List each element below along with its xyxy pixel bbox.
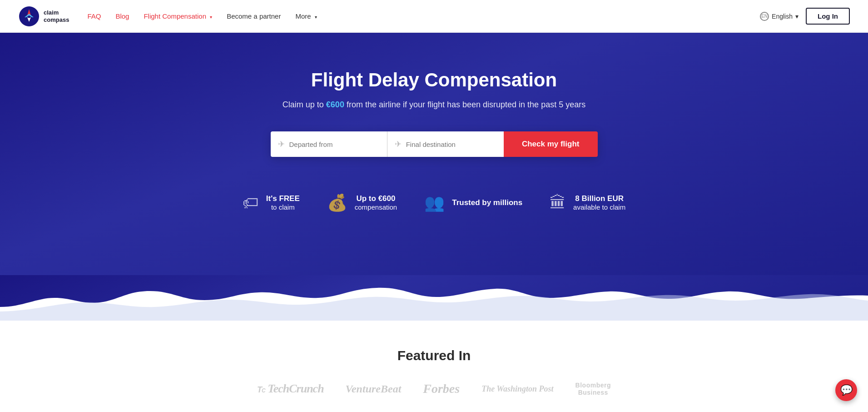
logo-icon <box>18 5 40 27</box>
featured-title: Featured In <box>18 348 850 363</box>
feature-compensation: 💰 Up to €600 compensation <box>327 193 397 212</box>
free-tag-icon: 🏷 <box>243 193 259 212</box>
feature-comp-line2: compensation <box>355 203 397 211</box>
nav-links: FAQ Blog Flight Compensation ▾ Become a … <box>87 12 760 20</box>
lang-label: English <box>772 13 793 20</box>
feature-trusted-line1: Trusted by millions <box>452 198 522 207</box>
feature-billion-line2: available to claim <box>573 203 625 211</box>
hero-amount: €600 <box>326 100 344 109</box>
hero-section: Flight Delay Compensation Claim up to €6… <box>0 33 868 276</box>
clouds <box>0 275 868 321</box>
feature-free-line2: to claim <box>271 203 295 211</box>
globe-icon: EN <box>760 12 769 21</box>
people-icon: 👥 <box>424 193 445 212</box>
login-button[interactable]: Log In <box>806 8 850 25</box>
feature-free: 🏷 It's FREE to claim <box>243 193 300 212</box>
featured-section: Featured In TC TechCrunch VentureBeat Fo… <box>0 321 868 412</box>
navbar: claimcompass FAQ Blog Flight Compensatio… <box>0 0 868 33</box>
departure-input[interactable] <box>289 131 380 157</box>
techcrunch-logo: TC TechCrunch <box>257 382 324 396</box>
nav-flight-compensation[interactable]: Flight Compensation ▾ <box>144 12 212 20</box>
search-bar: ✈ ✈ Check my flight <box>271 131 598 157</box>
check-flight-button[interactable]: Check my flight <box>504 131 598 157</box>
chat-bubble[interactable]: 💬 <box>835 379 857 401</box>
washpost-logo: The Washington Post <box>481 384 553 394</box>
destination-input[interactable] <box>406 131 496 157</box>
departure-wrap: ✈ <box>271 131 387 157</box>
bank-icon: 🏛 <box>550 193 566 212</box>
bloomberg-logo: BloombergBusiness <box>575 382 611 396</box>
feature-billion-line1: 8 Billion EUR <box>573 194 625 203</box>
features-row: 🏷 It's FREE to claim 💰 Up to €600 compen… <box>18 184 850 221</box>
nav-partner[interactable]: Become a partner <box>227 12 281 20</box>
nav-more[interactable]: More ▾ <box>295 12 317 20</box>
nav-faq[interactable]: FAQ <box>87 12 101 20</box>
nav-blog[interactable]: Blog <box>115 12 129 20</box>
chat-icon: 💬 <box>840 384 853 396</box>
money-icon: 💰 <box>327 193 347 212</box>
hero-subtitle: Claim up to €600 from the airline if you… <box>18 100 850 110</box>
departure-plane-icon: ✈ <box>278 139 285 149</box>
logo-text: claimcompass <box>44 9 69 23</box>
venturebeat-logo: VentureBeat <box>346 383 402 395</box>
logo[interactable]: claimcompass <box>18 5 69 27</box>
hero-title: Flight Delay Compensation <box>18 69 850 91</box>
feature-comp-line1: Up to €600 <box>355 194 397 203</box>
language-selector[interactable]: EN English ▾ <box>760 12 799 21</box>
feature-trusted: 👥 Trusted by millions <box>424 193 522 212</box>
forbes-logo: Forbes <box>423 382 460 396</box>
featured-logos: TC TechCrunch VentureBeat Forbes The Was… <box>18 382 850 396</box>
destination-plane-icon: ✈ <box>395 139 402 149</box>
flight-compensation-chevron: ▾ <box>210 15 212 20</box>
feature-free-line1: It's FREE <box>266 194 300 203</box>
feature-billion: 🏛 8 Billion EUR available to claim <box>550 193 625 212</box>
cloud-divider <box>0 275 868 321</box>
more-chevron: ▾ <box>315 15 317 20</box>
destination-wrap: ✈ <box>387 131 504 157</box>
nav-right: EN English ▾ Log In <box>760 8 850 25</box>
lang-chevron: ▾ <box>795 13 799 20</box>
